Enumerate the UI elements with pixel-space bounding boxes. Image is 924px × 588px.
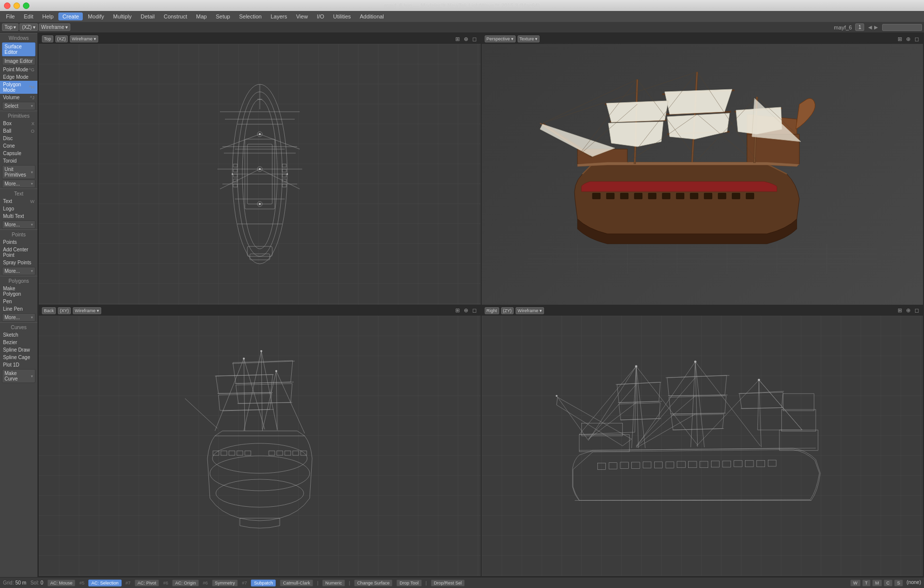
volume-btn[interactable]: Volume ^J bbox=[0, 94, 37, 101]
viewport-right-axis-dropdown[interactable]: (ZY) bbox=[501, 307, 514, 314]
viewport-perspective-fit-icon[interactable]: ◻ bbox=[914, 35, 920, 43]
bezier-btn[interactable]: Bezier bbox=[0, 339, 37, 346]
box-btn[interactable]: Box X bbox=[0, 120, 37, 127]
edge-mode-btn[interactable]: Edge Mode bbox=[0, 73, 37, 81]
points-btn[interactable]: Points bbox=[0, 238, 37, 246]
menu-edit[interactable]: Edit bbox=[20, 12, 37, 20]
minimize-button[interactable] bbox=[13, 2, 20, 9]
viewport-right-fit-icon[interactable]: ◻ bbox=[914, 307, 920, 314]
menu-modify[interactable]: Modify bbox=[84, 12, 108, 20]
viewport-back-mode-dropdown[interactable]: Wireframe ▾ bbox=[73, 307, 101, 314]
spline-cage-btn[interactable]: Spline Cage bbox=[0, 354, 37, 361]
disc-btn[interactable]: Disc bbox=[0, 135, 37, 142]
viewport-perspective-mode-dropdown[interactable]: Texture ▾ bbox=[518, 35, 540, 42]
statusbar-ac-mouse[interactable]: AC: Mouse bbox=[47, 580, 76, 587]
viewport-back-grid-icon[interactable]: ⊞ bbox=[454, 307, 461, 314]
menu-detail[interactable]: Detail bbox=[137, 12, 159, 20]
viewport-top-grid-icon[interactable]: ⊞ bbox=[454, 35, 461, 43]
menu-additional[interactable]: Additional bbox=[356, 12, 388, 20]
menu-create[interactable]: Create bbox=[58, 12, 83, 20]
image-editor-btn[interactable]: Image Editor bbox=[2, 57, 35, 65]
unit-primitives-dropdown[interactable]: Unit Primitives ▾ bbox=[2, 165, 35, 179]
viewport-perspective-view-dropdown[interactable]: Perspective ▾ bbox=[485, 35, 516, 42]
ball-btn[interactable]: Ball O bbox=[0, 127, 37, 135]
capsule-btn[interactable]: Capsule bbox=[0, 150, 37, 157]
statusbar-tab-t[interactable]: T bbox=[862, 580, 871, 587]
toolbar-view-dropdown[interactable]: Top ▾ bbox=[2, 23, 18, 31]
pen-btn[interactable]: Pen bbox=[0, 298, 37, 305]
toolbar-axis-dropdown[interactable]: (XZ) ▾ bbox=[19, 23, 37, 31]
text-btn[interactable]: Text W bbox=[0, 197, 37, 205]
polygon-mode-btn[interactable]: Polygon Mode ^H bbox=[0, 81, 37, 94]
menu-file[interactable]: File bbox=[2, 12, 19, 20]
menu-io[interactable]: I/O bbox=[313, 12, 328, 20]
toolbar-nav-next[interactable]: ▶ bbox=[874, 24, 878, 30]
multi-text-btn[interactable]: Multi Text bbox=[0, 212, 37, 220]
menu-map[interactable]: Map bbox=[192, 12, 210, 20]
menu-layers[interactable]: Layers bbox=[267, 12, 291, 20]
toolbar-mode-dropdown[interactable]: Wireframe ▾ bbox=[39, 23, 70, 31]
maximize-button[interactable] bbox=[23, 2, 29, 9]
viewport-top-axis-dropdown[interactable]: (XZ) bbox=[55, 35, 68, 42]
menu-help[interactable]: Help bbox=[38, 12, 58, 20]
more2-dropdown[interactable]: More... ▾ bbox=[2, 220, 35, 229]
statusbar-numeric[interactable]: Numeric bbox=[322, 580, 345, 587]
statusbar-subpatch[interactable]: Subpatch bbox=[251, 580, 276, 587]
menu-utilities[interactable]: Utilities bbox=[329, 12, 355, 20]
viewport-back-view-dropdown[interactable]: Back bbox=[42, 307, 56, 314]
viewport-perspective-grid-icon[interactable]: ⊞ bbox=[897, 35, 903, 43]
line-pen-btn[interactable]: Line Pen bbox=[0, 305, 37, 313]
viewport-right-zoom-icon[interactable]: ⊕ bbox=[905, 307, 912, 314]
viewport-top-fit-icon[interactable]: ◻ bbox=[471, 35, 478, 43]
menu-selection[interactable]: Selection bbox=[235, 12, 265, 20]
statusbar-ac-pivot[interactable]: AC: Pivot bbox=[135, 580, 160, 587]
toolbar-nav-prev[interactable]: ◀ bbox=[868, 24, 872, 30]
close-button[interactable] bbox=[4, 2, 10, 9]
toolbar-layer-btn[interactable]: 1 bbox=[855, 23, 864, 31]
statusbar-drop-rest-sel[interactable]: Drop/Rest Sel bbox=[431, 580, 465, 587]
viewport-back-fit-icon[interactable]: ◻ bbox=[471, 307, 478, 314]
select-dropdown[interactable]: Select ▾ bbox=[2, 102, 35, 110]
statusbar-tab-w[interactable]: W bbox=[850, 580, 861, 587]
make-polygon-btn[interactable]: Make Polygon bbox=[0, 285, 37, 298]
viewport-top-zoom-icon[interactable]: ⊕ bbox=[463, 35, 469, 43]
statusbar-symmetry[interactable]: Symmetry bbox=[212, 580, 238, 587]
make-curve-dropdown[interactable]: Make Curve ▾ bbox=[2, 369, 35, 383]
viewport-right-grid-icon[interactable]: ⊞ bbox=[897, 307, 903, 314]
menu-multiply[interactable]: Multiply bbox=[109, 12, 136, 20]
more4-dropdown[interactable]: More... ▾ bbox=[2, 313, 35, 322]
surface-editor-btn[interactable]: Surface Editor bbox=[2, 42, 35, 56]
menu-view[interactable]: View bbox=[292, 12, 312, 20]
statusbar-tab-s[interactable]: S bbox=[894, 580, 903, 587]
more1-dropdown[interactable]: More... ▾ bbox=[2, 180, 35, 188]
toroid-btn[interactable]: Toroid bbox=[0, 157, 37, 165]
statusbar-change-surface[interactable]: Change Surface bbox=[354, 580, 392, 587]
viewport-back[interactable]: Back (XY) Wireframe ▾ ⊞ ⊕ ◻ bbox=[39, 306, 481, 577]
spray-points-btn[interactable]: Spray Points bbox=[0, 259, 37, 266]
viewport-top-mode-dropdown[interactable]: Wireframe ▾ bbox=[70, 35, 98, 42]
viewport-right[interactable]: Right (ZY) Wireframe ▾ ⊞ ⊕ ◻ bbox=[482, 306, 924, 577]
menu-setup[interactable]: Setup bbox=[212, 12, 234, 20]
statusbar-tab-m[interactable]: M bbox=[872, 580, 882, 587]
viewport-right-view-dropdown[interactable]: Right bbox=[485, 307, 499, 314]
viewport-top[interactable]: Top (XZ) Wireframe ▾ ⊞ ⊕ ◻ bbox=[39, 34, 481, 305]
viewport-perspective[interactable]: Perspective ▾ Texture ▾ ⊞ ⊕ ◻ bbox=[482, 34, 924, 305]
more3-dropdown[interactable]: More... ▾ bbox=[2, 267, 35, 275]
statusbar-drop-tool[interactable]: Drop Tool bbox=[396, 580, 421, 587]
point-mode-btn[interactable]: Point Mode ^G bbox=[0, 66, 37, 73]
menu-construct[interactable]: Construct bbox=[160, 12, 191, 20]
viewport-back-axis-dropdown[interactable]: (XY) bbox=[58, 307, 71, 314]
viewport-top-view-dropdown[interactable]: Top bbox=[42, 35, 53, 42]
statusbar-ac-origin[interactable]: AC: Origin bbox=[172, 580, 199, 587]
viewport-back-zoom-icon[interactable]: ⊕ bbox=[463, 307, 469, 314]
statusbar-tab-c[interactable]: C bbox=[884, 580, 893, 587]
cone-btn[interactable]: Cone bbox=[0, 142, 37, 150]
statusbar-catmull-clark[interactable]: Catmull-Clark bbox=[280, 580, 313, 587]
statusbar-ac-selection[interactable]: AC: Selection bbox=[88, 580, 122, 587]
spline-draw-btn[interactable]: Spline Draw bbox=[0, 346, 37, 354]
logo-btn[interactable]: Logo bbox=[0, 205, 37, 212]
add-center-point-btn[interactable]: Add Center Point bbox=[0, 246, 37, 259]
viewport-right-mode-dropdown[interactable]: Wireframe ▾ bbox=[516, 307, 544, 314]
plot-1d-btn[interactable]: Plot 1D bbox=[0, 361, 37, 369]
sketch-btn[interactable]: Sketch bbox=[0, 331, 37, 339]
